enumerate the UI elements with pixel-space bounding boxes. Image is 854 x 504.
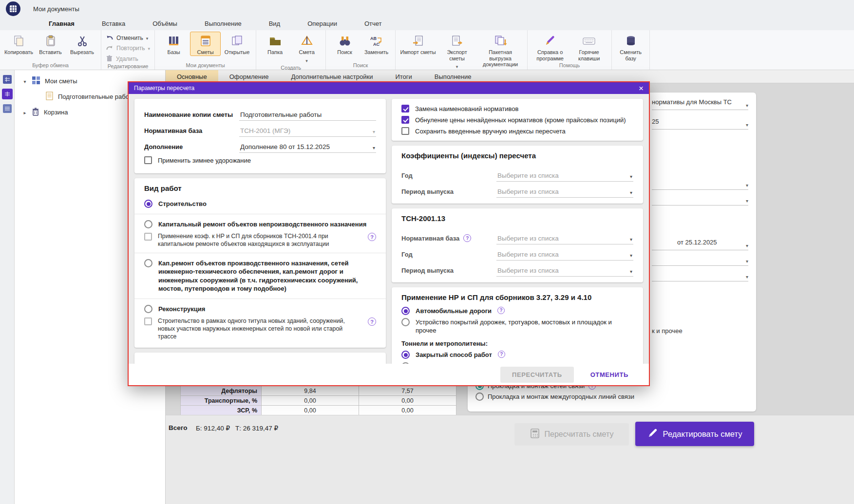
table-cell[interactable]: 7,57 bbox=[359, 386, 456, 396]
radio-icon[interactable] bbox=[144, 259, 152, 267]
close-icon[interactable] bbox=[639, 84, 644, 93]
option-zero-price[interactable]: Обнуление цены ненайденных нормативов (к… bbox=[401, 116, 633, 124]
cut-button[interactable]: Вырезать bbox=[67, 32, 97, 56]
radio-icon[interactable] bbox=[144, 220, 152, 228]
work-type-option-capital-repair[interactable]: Капитальный ремонт объектов непроизводст… bbox=[144, 219, 376, 230]
import-estimate-button[interactable]: Импорт сметы bbox=[399, 32, 437, 56]
work-type-option-construction[interactable]: Строительство bbox=[144, 198, 376, 209]
help-icon[interactable] bbox=[498, 351, 505, 358]
find-button[interactable]: Поиск bbox=[329, 32, 360, 56]
new-folder-button[interactable]: Папка bbox=[260, 32, 290, 56]
table-cell[interactable]: 0,00 bbox=[359, 406, 456, 415]
radio-icon[interactable] bbox=[401, 318, 410, 326]
redo-dropdown-icon[interactable] bbox=[148, 45, 151, 52]
replace-button[interactable]: ABAC Заменить bbox=[361, 32, 392, 56]
chevron-down-icon bbox=[746, 197, 748, 204]
rail-opened-icon[interactable] bbox=[2, 103, 13, 114]
cancel-button[interactable]: ОТМЕНИТЬ bbox=[590, 371, 628, 378]
rail-bases-icon[interactable] bbox=[2, 74, 13, 85]
delete-button[interactable]: Удалить bbox=[106, 55, 150, 63]
help-icon[interactable] bbox=[368, 233, 376, 241]
keep-indices-checkbox[interactable] bbox=[401, 127, 409, 135]
radio-selected-icon[interactable] bbox=[401, 307, 410, 315]
option-keep-indices[interactable]: Сохранить введенные вручную индексы пере… bbox=[401, 127, 633, 135]
tab-vstavka[interactable]: Вставка bbox=[88, 18, 139, 30]
dialog-titlebar[interactable]: Параметры пересчета bbox=[129, 82, 649, 94]
nrsp-option-closed-method[interactable]: Закрытый способ работ bbox=[401, 349, 633, 360]
nrsp-option-pavements[interactable]: Устройство покрытий дорожек, тротуаров, … bbox=[401, 317, 633, 336]
radio-selected-icon[interactable] bbox=[144, 200, 152, 208]
export-dropdown-icon[interactable] bbox=[456, 61, 458, 70]
help-icon[interactable] bbox=[368, 317, 376, 326]
table-cell[interactable]: 0,00 bbox=[359, 396, 456, 406]
bg-radio-longdistance[interactable]: Прокладка и монтаж междугородных линий с… bbox=[475, 392, 634, 401]
chevron-down-icon bbox=[373, 128, 375, 135]
export-estimate-button[interactable]: Экспорт сметы bbox=[438, 32, 476, 71]
tsn-period-select[interactable]: Выберите из списка bbox=[496, 267, 633, 277]
chevron-down-icon bbox=[746, 121, 748, 128]
winter-price-checkbox[interactable] bbox=[144, 156, 152, 164]
new-estimate-dropdown-icon[interactable] bbox=[305, 56, 308, 64]
table-cell[interactable]: 0,00 bbox=[262, 396, 359, 406]
nrsp-option-roads[interactable]: Автомобильные дороги bbox=[401, 305, 633, 317]
rail-estimates-icon[interactable] bbox=[2, 89, 13, 99]
radio-icon[interactable] bbox=[144, 305, 152, 313]
help-icon[interactable] bbox=[497, 307, 505, 314]
opened-button[interactable]: Открытые bbox=[222, 32, 252, 56]
about-button[interactable]: Справка о программе bbox=[531, 32, 569, 62]
bg-supplement-select[interactable]: 25 bbox=[652, 118, 748, 130]
estimates-button[interactable]: Сметы bbox=[190, 32, 221, 56]
table-cell[interactable]: 0,00 bbox=[262, 406, 359, 415]
rename-checkbox[interactable] bbox=[401, 105, 409, 112]
bg-normative-select[interactable]: нормативы для Москвы ТС bbox=[652, 98, 748, 110]
switch-base-button[interactable]: Сменить базу bbox=[615, 32, 646, 62]
recalculate-button[interactable]: ПЕРЕСЧИТАТЬ bbox=[500, 367, 574, 383]
tsn-year-select[interactable]: Выберите из списка bbox=[496, 251, 633, 261]
coeff-card: Коэффициенты (индексы) пересчета Год Выб… bbox=[392, 146, 643, 204]
copy-button[interactable]: Копировать bbox=[3, 32, 34, 56]
chevron-right-icon[interactable] bbox=[22, 109, 27, 116]
tab-otchet[interactable]: Отчет bbox=[351, 18, 396, 30]
help-icon[interactable] bbox=[463, 234, 471, 242]
coeff-year-select[interactable]: Выберите из списка bbox=[496, 172, 633, 182]
recalculate-estimate-button[interactable]: Пересчитать смету bbox=[514, 423, 629, 446]
work-type-option-reconstruction[interactable]: Реконструкция bbox=[144, 303, 376, 315]
new-title-checkbox[interactable] bbox=[144, 317, 152, 325]
capital-repair-sub-option[interactable]: Применение коэф. к НР и СП для сборников… bbox=[144, 233, 376, 248]
estimate-name-input[interactable]: Подготовительные работы bbox=[239, 111, 376, 121]
undo-dropdown-icon[interactable] bbox=[146, 35, 149, 41]
bg-select-3[interactable] bbox=[652, 178, 748, 190]
radio-icon[interactable] bbox=[475, 392, 484, 401]
paste-button[interactable]: Вставить bbox=[35, 32, 66, 56]
hotkeys-button[interactable]: Горячие клавиши bbox=[570, 32, 608, 62]
table-cell[interactable]: 9,84 bbox=[262, 386, 359, 396]
undo-button[interactable]: Отменить bbox=[106, 34, 150, 42]
tab-vypolnenie[interactable]: Выполнение bbox=[191, 18, 255, 30]
tab-obyomy[interactable]: Объёмы bbox=[139, 18, 191, 30]
app-logo-icon[interactable] bbox=[6, 1, 20, 16]
radio-selected-icon[interactable] bbox=[401, 351, 410, 359]
chevron-down-icon[interactable] bbox=[22, 77, 27, 85]
bg-select-7[interactable] bbox=[652, 270, 748, 281]
new-estimate-button[interactable]: Смета bbox=[291, 32, 322, 65]
undo-icon bbox=[106, 34, 114, 42]
tab-operacii[interactable]: Операции bbox=[294, 18, 351, 30]
bg-select-6[interactable] bbox=[652, 254, 748, 266]
bg-select-4[interactable] bbox=[652, 194, 748, 205]
reconstruction-sub-option[interactable]: Строительство в рамках одного титула нов… bbox=[144, 317, 376, 341]
tsn-heading: ТСН-2001.13 bbox=[401, 214, 633, 223]
group-editing: Отменить Повторить Удалить Редактировани… bbox=[101, 30, 155, 70]
bases-button[interactable]: Базы bbox=[158, 32, 189, 56]
coeff-period-select[interactable]: Выберите из списка bbox=[496, 188, 633, 198]
work-type-option-industrial-repair[interactable]: Кап.ремонт объектов производственного на… bbox=[144, 258, 376, 294]
tab-vid[interactable]: Вид bbox=[255, 18, 294, 30]
tsn-base-select[interactable]: Выберите из списка bbox=[496, 235, 633, 244]
zero-price-checkbox[interactable] bbox=[401, 116, 409, 124]
bg-date-select[interactable]: от 25.12.2025 bbox=[652, 239, 748, 250]
tab-glavnaya[interactable]: Главная bbox=[35, 18, 88, 30]
edit-estimate-button[interactable]: Редактировать смету bbox=[635, 422, 754, 446]
supplement-select[interactable]: Дополнение 80 от 15.12.2025 bbox=[239, 143, 376, 153]
redo-button[interactable]: Повторить bbox=[106, 44, 150, 52]
option-rename[interactable]: Замена наименований нормативов bbox=[401, 105, 633, 112]
coef-checkbox[interactable] bbox=[144, 233, 152, 241]
